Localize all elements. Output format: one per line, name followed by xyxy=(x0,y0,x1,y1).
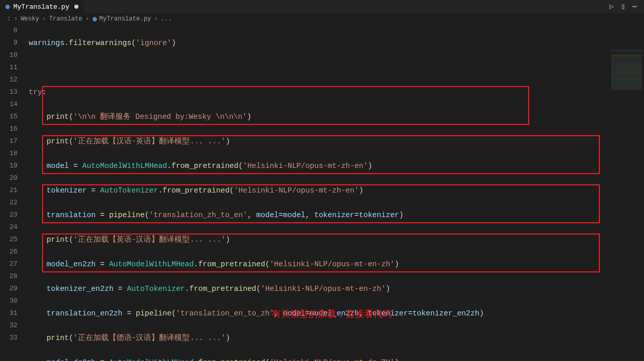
line-number: 12 xyxy=(0,74,17,86)
code-line[interactable]: translation = pipeline('translation_zh_t… xyxy=(29,209,484,221)
line-number: 14 xyxy=(0,98,17,111)
code-line[interactable] xyxy=(29,61,484,74)
chevron-right-icon: › xyxy=(85,15,89,23)
breadcrumb[interactable]: :› Wesky› Translate› ⬣ MyTranslate.py› .… xyxy=(0,13,644,25)
code-line[interactable]: print('\n\n 翻译服务 Designed by:Wesky \n\n\… xyxy=(29,111,484,123)
code-editor[interactable]: 8910111213141516171819202122232425262728… xyxy=(0,25,644,361)
line-number: 17 xyxy=(0,135,17,147)
line-number: 18 xyxy=(0,147,17,160)
chevron-right-icon: › xyxy=(42,15,46,23)
code-line[interactable]: model_en2zh = AutoModelWithLMHead.from_p… xyxy=(29,258,484,270)
more-actions-icon[interactable]: ⋯ xyxy=(633,2,637,11)
line-number: 29 xyxy=(0,283,17,295)
code-line[interactable]: print('正在加载【汉语-英语】翻译模型... ...') xyxy=(29,135,484,147)
code-content[interactable]: warnings.filterwarnings('ignore') try: p… xyxy=(29,25,484,361)
line-number: 9 xyxy=(0,37,17,49)
code-line[interactable]: model = AutoModelWithLMHead.from_pretrai… xyxy=(29,160,484,172)
breadcrumb-item[interactable]: ... xyxy=(161,15,172,23)
python-file-icon: ⬣ xyxy=(92,16,97,23)
line-number: 30 xyxy=(0,295,17,307)
editor-tab[interactable]: ⬣ MyTranslate.py xyxy=(0,0,84,13)
line-number: 28 xyxy=(0,270,17,283)
line-number: 21 xyxy=(0,184,17,197)
line-number: 8 xyxy=(0,25,17,37)
python-file-icon: ⬣ xyxy=(5,4,10,10)
breadcrumb-item[interactable]: Translate xyxy=(49,15,83,23)
code-line[interactable]: tokenizer_en2zh = AutoTokenizer.from_pre… xyxy=(29,283,484,295)
line-number: 11 xyxy=(0,61,17,74)
annotation-text: 有关模型的加载，直接看代码 xyxy=(272,308,392,320)
code-line[interactable]: try: xyxy=(29,86,484,98)
tab-filename: MyTranslate.py xyxy=(13,3,69,11)
line-number: 13 xyxy=(0,86,17,98)
line-number: 20 xyxy=(0,172,17,184)
code-line[interactable]: tokenizer = AutoTokenizer.from_pretraine… xyxy=(29,184,484,197)
chevron-right-icon: › xyxy=(154,15,157,23)
line-number: 15 xyxy=(0,111,17,123)
line-number: 27 xyxy=(0,258,17,270)
line-number-gutter: 8910111213141516171819202122232425262728… xyxy=(0,25,23,344)
code-line[interactable]: warnings.filterwarnings('ignore') xyxy=(29,37,484,49)
code-line[interactable]: model_de2zh = AutoModelWithLMHead.from_p… xyxy=(29,356,484,361)
line-number: 23 xyxy=(0,209,17,221)
line-number: 32 xyxy=(0,320,17,332)
editor-actions: ▷ ▯ ⋯ xyxy=(610,2,637,11)
line-number: 33 xyxy=(0,332,17,344)
chevron-right-icon: › xyxy=(14,15,17,23)
split-editor-icon[interactable]: ▯ xyxy=(621,2,625,11)
breadcrumb-item[interactable]: MyTranslate.py xyxy=(99,15,151,23)
line-number: 16 xyxy=(0,123,17,135)
run-icon[interactable]: ▷ xyxy=(610,2,614,11)
code-line[interactable]: print('正在加载【德语-汉语】翻译模型... ...') xyxy=(29,332,484,344)
line-number: 24 xyxy=(0,221,17,233)
breadcrumb-item[interactable]: : xyxy=(7,15,11,23)
modified-indicator-icon xyxy=(74,5,78,9)
line-number: 26 xyxy=(0,246,17,258)
line-number: 19 xyxy=(0,160,17,172)
code-line[interactable]: translation_en2zh = pipeline('translatio… xyxy=(29,307,484,320)
minimap[interactable] xyxy=(611,49,642,100)
tab-bar: ⬣ MyTranslate.py xyxy=(0,0,644,13)
line-number: 25 xyxy=(0,233,17,246)
line-number: 22 xyxy=(0,197,17,209)
breadcrumb-item[interactable]: Wesky xyxy=(21,15,39,23)
code-line[interactable]: print('正在加载【英语-汉语】翻译模型... ...') xyxy=(29,233,484,246)
line-number: 31 xyxy=(0,307,17,320)
line-number: 10 xyxy=(0,49,17,61)
